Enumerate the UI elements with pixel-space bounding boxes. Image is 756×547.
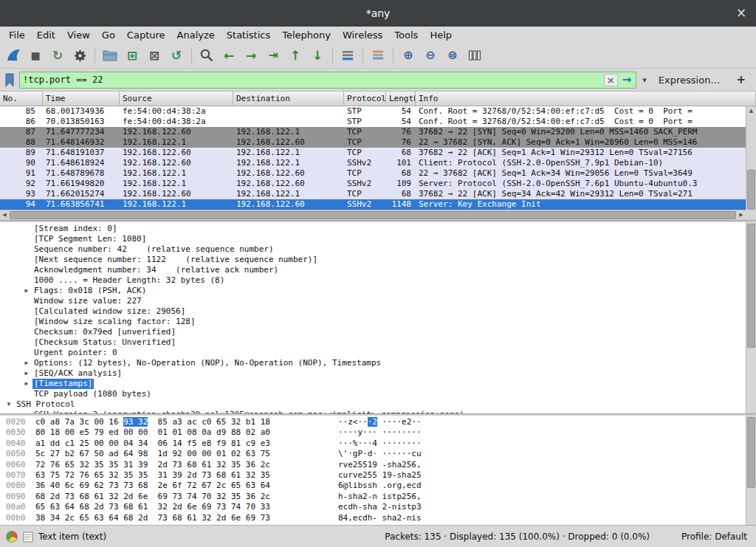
packet-row-90[interactable]: 9071.648618924192.168.122.60192.168.122.… — [0, 158, 746, 168]
detail-line[interactable]: ▶[SEQ/ACK analysis] — [0, 368, 746, 379]
hex-row-0080[interactable]: 008036 40 6c 69 62 73 73 68 2e 6f 72 67 … — [0, 481, 746, 491]
restart-capture-button[interactable]: ↻ — [47, 45, 68, 66]
column-header-destination[interactable]: Destination — [233, 92, 344, 106]
column-header-no[interactable]: No. — [0, 92, 43, 106]
expander-open-icon[interactable]: ▼ — [3, 399, 15, 410]
packet-row-92[interactable]: 9271.661949820192.168.122.1192.168.122.6… — [0, 179, 746, 189]
menu-item-go[interactable]: Go — [96, 28, 121, 42]
menu-item-edit[interactable]: Edit — [31, 28, 61, 42]
zoom-100-button[interactable]: ⊜ — [442, 45, 463, 66]
detail-line[interactable]: Acknowledgment number: 34 (relative ack … — [0, 265, 746, 275]
menu-item-telephony[interactable]: Telephony — [276, 28, 337, 42]
detail-line[interactable]: TCP payload (1080 bytes) — [0, 389, 746, 399]
hex-row-0060[interactable]: 006072 76 65 32 35 35 31 39 2d 73 68 61 … — [0, 460, 746, 470]
column-header-time[interactable]: Time — [43, 92, 120, 106]
menu-item-file[interactable]: File — [3, 28, 31, 42]
add-filter-button[interactable]: + — [730, 73, 752, 86]
go-first-packet-button[interactable]: ↑ — [285, 45, 306, 66]
column-header-source[interactable]: Source — [120, 92, 233, 106]
menu-item-help[interactable]: Help — [424, 28, 458, 42]
packet-list-hscroll-thumb[interactable] — [10, 211, 736, 219]
detail-line[interactable]: [Next sequence number: 1122 (relative se… — [0, 255, 746, 265]
resize-columns-button[interactable] — [464, 45, 485, 66]
hex-row-00a0[interactable]: 00a065 63 64 68 2d 73 68 61 32 2d 6e 69 … — [0, 502, 746, 512]
status-profile[interactable]: Profile: Default — [681, 531, 747, 542]
menu-item-view[interactable]: View — [61, 28, 96, 42]
detail-line[interactable]: ▶Flags: 0x018 (PSH, ACK) — [0, 286, 746, 296]
hex-vscrollbar[interactable] — [746, 416, 756, 525]
menu-item-statistics[interactable]: Statistics — [221, 28, 276, 42]
go-last-packet-button[interactable]: ↓ — [307, 45, 328, 66]
go-to-packet-button[interactable]: ⇥ — [263, 45, 284, 66]
hex-vscroll-thumb[interactable] — [747, 417, 755, 488]
detail-line[interactable]: [Calculated window size: 29056] — [0, 306, 746, 317]
menu-item-tools[interactable]: Tools — [388, 28, 424, 42]
capture-options-button[interactable] — [69, 45, 90, 66]
hex-row-0040[interactable]: 0040a1 dd c1 25 00 00 04 34 06 14 f5 e8 … — [0, 438, 746, 449]
details-vscroll-thumb[interactable] — [747, 224, 755, 348]
go-back-button[interactable]: ← — [219, 45, 239, 66]
hex-row-0090[interactable]: 009068 2d 73 68 61 32 2d 6e 69 73 74 70 … — [0, 492, 746, 502]
packet-row-87[interactable]: 8771.647777234192.168.122.60192.168.122.… — [0, 127, 746, 137]
packet-list-vscrollbar[interactable]: ▲ ▼ — [746, 106, 756, 220]
scroll-right-icon[interactable]: ▶ — [737, 210, 746, 220]
hex-row-0020[interactable]: 0020c0 a8 7a 3c 00 16 93 32 85 a3 ac c0 … — [0, 417, 746, 427]
expander-closed-icon[interactable]: ▶ — [21, 286, 32, 296]
save-file-button[interactable]: ⊞ — [122, 45, 142, 66]
packet-list-vscroll-thumb[interactable] — [747, 170, 755, 210]
auto-scroll-button[interactable] — [337, 45, 358, 66]
packet-list-hscrollbar[interactable]: ◀ ▶ — [0, 210, 746, 220]
packet-row-91[interactable]: 9171.648789678192.168.122.1192.168.122.6… — [0, 168, 746, 179]
detail-line[interactable]: Sequence number: 42 (relative sequence n… — [0, 244, 746, 255]
detail-line[interactable]: [Checksum Status: Unverified] — [0, 337, 746, 348]
menu-item-capture[interactable]: Capture — [121, 28, 171, 42]
zoom-out-button[interactable]: ⊖ — [420, 45, 441, 66]
detail-line[interactable]: [TCP Segment Len: 1080] — [0, 234, 746, 244]
detail-line[interactable]: [Window size scaling factor: 128] — [0, 317, 746, 327]
detail-line[interactable]: ▼SSH Protocol — [0, 399, 746, 410]
column-header-protocol[interactable]: Protocol — [344, 92, 386, 106]
hex-row-0050[interactable]: 00505c 27 b2 67 50 ad 64 98 1d 92 00 00 … — [0, 449, 746, 459]
find-packet-button[interactable] — [196, 45, 217, 66]
stop-capture-button[interactable]: ■ — [25, 45, 46, 66]
hex-row-00b0[interactable]: 00b038 34 2c 65 63 64 68 2d 73 68 61 32 … — [0, 513, 746, 523]
detail-line[interactable]: [Stream index: 0] — [0, 224, 746, 234]
packet-row-93[interactable]: 9371.662015274192.168.122.60192.168.122.… — [0, 189, 746, 199]
packet-row-86[interactable]: 8670.013850163fe:54:00:d4:38:2aSTP54Conf… — [0, 117, 746, 127]
filter-bookmark-icon[interactable] — [4, 73, 15, 87]
scroll-left-icon[interactable]: ◀ — [0, 210, 9, 220]
open-file-button[interactable] — [100, 45, 120, 66]
detail-line[interactable]: Checksum: 0x79ed [unverified] — [0, 327, 746, 337]
window-close-button[interactable]: × — [734, 6, 749, 21]
colorize-packets-button[interactable] — [368, 45, 388, 66]
reload-file-button[interactable]: ↺ — [166, 45, 187, 66]
detail-line[interactable]: Window size value: 227 — [0, 296, 746, 306]
detail-line[interactable]: ▶Options: (12 bytes), No-Operation (NOP)… — [0, 358, 746, 368]
filter-clear-icon[interactable]: × — [604, 74, 618, 86]
close-file-button[interactable]: ⊠ — [144, 45, 165, 66]
titlebar[interactable]: *any × — [0, 0, 756, 27]
start-capture-button[interactable] — [3, 45, 24, 66]
detail-line[interactable]: Urgent pointer: 0 — [0, 348, 746, 358]
detail-line[interactable]: 1000 .... = Header Length: 32 bytes (8) — [0, 275, 746, 286]
go-forward-button[interactable]: → — [241, 45, 261, 66]
expander-closed-icon[interactable]: ▶ — [21, 358, 32, 368]
packet-row-94[interactable]: 9471.663856741192.168.122.1192.168.122.6… — [0, 199, 746, 210]
expander-closed-icon[interactable]: ▶ — [21, 379, 32, 389]
expression-button[interactable]: Expression… — [653, 73, 726, 87]
detail-line[interactable]: ▶[Timestamps] — [0, 379, 746, 389]
expert-info-icon[interactable] — [6, 531, 18, 543]
zoom-in-button[interactable]: ⊕ — [398, 45, 419, 66]
column-header-info[interactable]: Info — [416, 92, 756, 106]
filter-apply-icon[interactable]: → — [621, 73, 633, 86]
menu-item-wireless[interactable]: Wireless — [337, 28, 388, 42]
scroll-up-icon[interactable]: ▲ — [746, 106, 756, 115]
column-header-length[interactable]: Length — [386, 92, 416, 106]
details-vscrollbar[interactable] — [746, 222, 756, 413]
menu-item-analyze[interactable]: Analyze — [171, 28, 221, 42]
packet-row-85[interactable]: 8568.001734936fe:54:00:d4:38:2aSTP54Conf… — [0, 106, 746, 117]
capture-comment-icon[interactable] — [23, 531, 33, 543]
expander-closed-icon[interactable]: ▶ — [21, 368, 32, 379]
packet-row-89[interactable]: 8971.648191037192.168.122.60192.168.122.… — [0, 148, 746, 158]
hex-row-0070[interactable]: 007063 75 72 76 65 32 35 35 31 39 2d 73 … — [0, 470, 746, 481]
